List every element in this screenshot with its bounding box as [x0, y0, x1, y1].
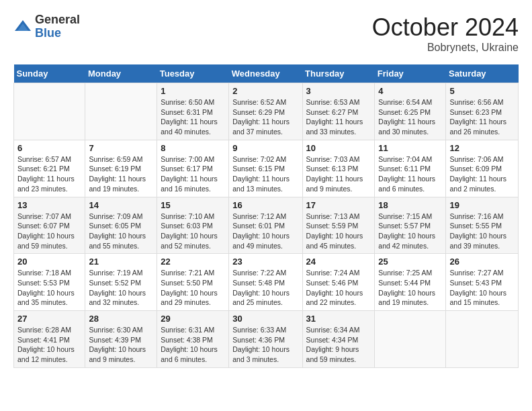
day-info: Sunrise: 6:33 AMSunset: 4:36 PMDaylight:… [232, 325, 298, 365]
day-number: 8 [161, 143, 225, 153]
day-info: Sunrise: 7:00 AMSunset: 6:17 PMDaylight:… [161, 154, 225, 194]
week-row-1: 1Sunrise: 6:50 AMSunset: 6:31 PMDaylight… [14, 83, 519, 140]
day-number: 13 [17, 200, 81, 210]
day-cell: 13Sunrise: 7:07 AMSunset: 6:07 PMDayligh… [14, 197, 85, 254]
calendar-header: SundayMondayTuesdayWednesdayThursdayFrid… [14, 64, 519, 83]
day-info: Sunrise: 7:07 AMSunset: 6:07 PMDaylight:… [17, 212, 81, 251]
day-info: Sunrise: 7:18 AMSunset: 5:53 PMDaylight:… [17, 268, 81, 308]
day-info: Sunrise: 6:57 AMSunset: 6:21 PMDaylight:… [17, 154, 81, 194]
header-day-saturday: Saturday [446, 64, 519, 83]
day-info: Sunrise: 7:24 AMSunset: 5:46 PMDaylight:… [306, 268, 371, 308]
header-row: SundayMondayTuesdayWednesdayThursdayFrid… [14, 64, 519, 83]
day-cell [446, 311, 519, 368]
day-info: Sunrise: 7:06 AMSunset: 6:09 PMDaylight:… [449, 154, 515, 194]
day-number: 27 [17, 314, 81, 324]
day-cell: 31Sunrise: 6:34 AMSunset: 4:34 PMDayligh… [302, 311, 375, 368]
day-info: Sunrise: 6:30 AMSunset: 4:39 PMDaylight:… [89, 325, 153, 365]
day-cell: 4Sunrise: 6:54 AMSunset: 6:25 PMDaylight… [375, 83, 446, 140]
day-cell: 8Sunrise: 7:00 AMSunset: 6:17 PMDaylight… [157, 140, 229, 197]
day-cell: 18Sunrise: 7:15 AMSunset: 5:57 PMDayligh… [375, 197, 446, 254]
day-info: Sunrise: 6:31 AMSunset: 4:38 PMDaylight:… [161, 325, 225, 365]
day-info: Sunrise: 7:15 AMSunset: 5:57 PMDaylight:… [378, 212, 442, 251]
logo-general-text: General [35, 13, 80, 27]
day-number: 19 [449, 200, 515, 210]
day-number: 5 [449, 86, 515, 96]
day-cell: 6Sunrise: 6:57 AMSunset: 6:21 PMDaylight… [14, 140, 85, 197]
calendar-table: SundayMondayTuesdayWednesdayThursdayFrid… [13, 64, 519, 368]
day-number: 30 [232, 314, 298, 324]
day-cell: 15Sunrise: 7:10 AMSunset: 6:03 PMDayligh… [157, 197, 229, 254]
logo-icon [13, 17, 32, 36]
day-cell: 14Sunrise: 7:09 AMSunset: 6:05 PMDayligh… [85, 197, 157, 254]
day-cell: 28Sunrise: 6:30 AMSunset: 4:39 PMDayligh… [85, 311, 157, 368]
day-cell: 7Sunrise: 6:59 AMSunset: 6:19 PMDaylight… [85, 140, 157, 197]
day-cell: 19Sunrise: 7:16 AMSunset: 5:55 PMDayligh… [446, 197, 519, 254]
day-info: Sunrise: 7:12 AMSunset: 6:01 PMDaylight:… [232, 212, 298, 251]
day-cell: 3Sunrise: 6:53 AMSunset: 6:27 PMDaylight… [302, 83, 375, 140]
day-cell: 22Sunrise: 7:21 AMSunset: 5:50 PMDayligh… [157, 254, 229, 311]
day-info: Sunrise: 6:56 AMSunset: 6:23 PMDaylight:… [449, 97, 515, 137]
day-cell: 21Sunrise: 7:19 AMSunset: 5:52 PMDayligh… [85, 254, 157, 311]
header-day-thursday: Thursday [302, 64, 375, 83]
day-cell: 29Sunrise: 6:31 AMSunset: 4:38 PMDayligh… [157, 311, 229, 368]
title-block: October 2024 Bobrynets, Ukraine [372, 13, 519, 54]
day-info: Sunrise: 6:59 AMSunset: 6:19 PMDaylight:… [89, 154, 153, 194]
day-number: 31 [306, 314, 371, 324]
day-info: Sunrise: 7:02 AMSunset: 6:15 PMDaylight:… [232, 154, 298, 194]
month-title: October 2024 [372, 13, 519, 42]
day-number: 20 [17, 257, 81, 267]
logo: General Blue [13, 13, 80, 40]
day-info: Sunrise: 7:27 AMSunset: 5:43 PMDaylight:… [449, 268, 515, 308]
day-cell: 17Sunrise: 7:13 AMSunset: 5:59 PMDayligh… [302, 197, 375, 254]
day-info: Sunrise: 6:50 AMSunset: 6:31 PMDaylight:… [161, 97, 225, 137]
day-info: Sunrise: 7:21 AMSunset: 5:50 PMDaylight:… [161, 268, 225, 308]
logo-blue-text: Blue [35, 27, 80, 40]
week-row-2: 6Sunrise: 6:57 AMSunset: 6:21 PMDaylight… [14, 140, 519, 197]
location-text: Bobrynets, Ukraine [372, 42, 519, 54]
day-info: Sunrise: 7:16 AMSunset: 5:55 PMDaylight:… [449, 212, 515, 251]
header-day-friday: Friday [375, 64, 446, 83]
day-number: 16 [232, 200, 298, 210]
day-cell: 2Sunrise: 6:52 AMSunset: 6:29 PMDaylight… [229, 83, 302, 140]
day-cell: 25Sunrise: 7:25 AMSunset: 5:44 PMDayligh… [375, 254, 446, 311]
day-cell: 27Sunrise: 6:28 AMSunset: 4:41 PMDayligh… [14, 311, 85, 368]
day-number: 23 [232, 257, 298, 267]
day-info: Sunrise: 6:52 AMSunset: 6:29 PMDaylight:… [232, 97, 298, 137]
day-info: Sunrise: 7:04 AMSunset: 6:11 PMDaylight:… [378, 154, 442, 194]
day-cell [375, 311, 446, 368]
day-number: 28 [89, 314, 153, 324]
day-number: 7 [89, 143, 153, 153]
day-info: Sunrise: 7:22 AMSunset: 5:48 PMDaylight:… [232, 268, 298, 308]
day-info: Sunrise: 6:28 AMSunset: 4:41 PMDaylight:… [17, 325, 81, 365]
day-info: Sunrise: 7:13 AMSunset: 5:59 PMDaylight:… [306, 212, 371, 251]
day-info: Sunrise: 6:54 AMSunset: 6:25 PMDaylight:… [378, 97, 442, 137]
day-number: 2 [232, 86, 298, 96]
day-number: 9 [232, 143, 298, 153]
header-day-wednesday: Wednesday [229, 64, 302, 83]
day-cell: 12Sunrise: 7:06 AMSunset: 6:09 PMDayligh… [446, 140, 519, 197]
day-number: 18 [378, 200, 442, 210]
week-row-3: 13Sunrise: 7:07 AMSunset: 6:07 PMDayligh… [14, 197, 519, 254]
day-info: Sunrise: 7:10 AMSunset: 6:03 PMDaylight:… [161, 212, 225, 251]
day-cell: 26Sunrise: 7:27 AMSunset: 5:43 PMDayligh… [446, 254, 519, 311]
day-cell: 9Sunrise: 7:02 AMSunset: 6:15 PMDaylight… [229, 140, 302, 197]
day-number: 24 [306, 257, 371, 267]
day-number: 29 [161, 314, 225, 324]
day-cell: 5Sunrise: 6:56 AMSunset: 6:23 PMDaylight… [446, 83, 519, 140]
week-row-4: 20Sunrise: 7:18 AMSunset: 5:53 PMDayligh… [14, 254, 519, 311]
page-header: General Blue October 2024 Bobrynets, Ukr… [13, 13, 519, 54]
day-number: 15 [161, 200, 225, 210]
day-info: Sunrise: 7:19 AMSunset: 5:52 PMDaylight:… [89, 268, 153, 308]
day-info: Sunrise: 7:09 AMSunset: 6:05 PMDaylight:… [89, 212, 153, 251]
day-number: 26 [449, 257, 515, 267]
day-cell: 11Sunrise: 7:04 AMSunset: 6:11 PMDayligh… [375, 140, 446, 197]
day-number: 12 [449, 143, 515, 153]
day-number: 14 [89, 200, 153, 210]
calendar-body: 1Sunrise: 6:50 AMSunset: 6:31 PMDaylight… [14, 83, 519, 368]
day-cell: 16Sunrise: 7:12 AMSunset: 6:01 PMDayligh… [229, 197, 302, 254]
day-number: 10 [306, 143, 371, 153]
header-day-monday: Monday [85, 64, 157, 83]
day-cell: 1Sunrise: 6:50 AMSunset: 6:31 PMDaylight… [157, 83, 229, 140]
day-number: 25 [378, 257, 442, 267]
day-cell: 23Sunrise: 7:22 AMSunset: 5:48 PMDayligh… [229, 254, 302, 311]
